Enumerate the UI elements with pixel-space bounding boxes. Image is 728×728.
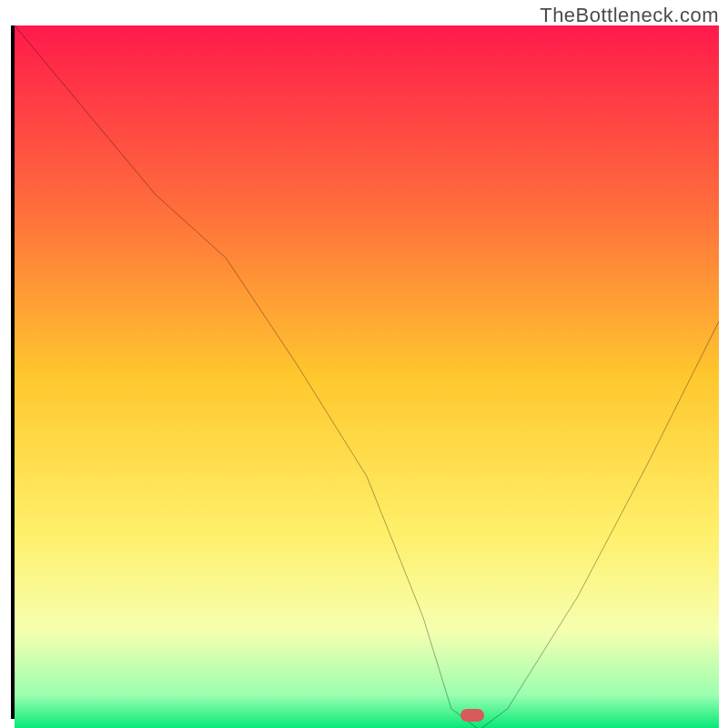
optimal-point-marker — [460, 709, 484, 722]
curve-layer — [15, 25, 719, 728]
bottleneck-curve — [15, 25, 719, 728]
chart-container: TheBottleneck.com — [0, 0, 728, 728]
plot-area — [11, 25, 719, 719]
attribution-label: TheBottleneck.com — [540, 4, 719, 27]
